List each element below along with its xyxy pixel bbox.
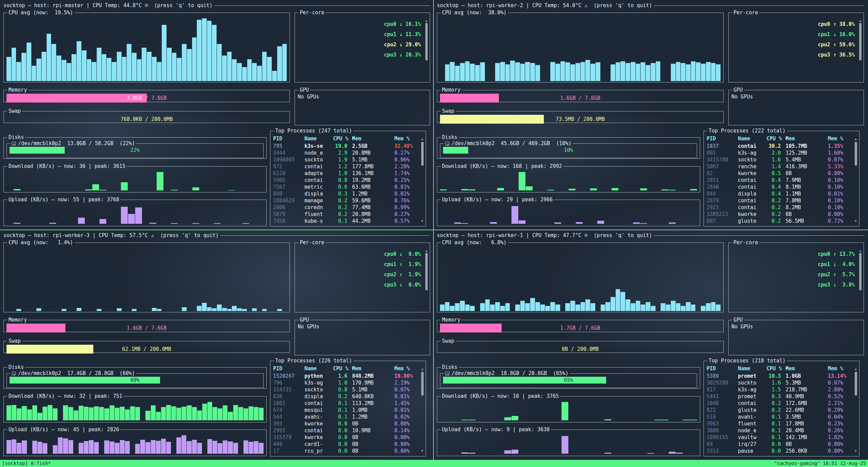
bar — [32, 441, 37, 454]
bar — [465, 305, 470, 311]
bar — [530, 298, 535, 311]
scrollbar-track[interactable] — [421, 371, 424, 449]
upload-chart — [6, 205, 264, 224]
bar — [706, 303, 711, 311]
scrollbar-thumb[interactable] — [855, 142, 857, 166]
scrollbar-thumb[interactable] — [425, 23, 428, 60]
percore-scrollbar[interactable]: ▲ — [858, 249, 862, 309]
header-mem-pct: Mem % — [828, 135, 850, 143]
percore-label: Per-core — [732, 10, 759, 16]
cell-memp: 0.27% — [394, 211, 417, 218]
bar — [125, 441, 130, 454]
bar — [171, 190, 178, 190]
processes-label: Top Processes (218 total) — [707, 358, 787, 364]
header-cpu[interactable]: CPU % • — [767, 135, 786, 143]
bar — [53, 445, 58, 454]
bar — [132, 309, 137, 311]
cell-name: sockto — [738, 156, 767, 163]
bar — [89, 440, 94, 454]
cpu-history-chart — [6, 247, 287, 311]
cell-mem: 10.9MB — [352, 427, 394, 434]
processes-label: Top Processes (247 total) — [274, 128, 353, 134]
percore-scrollbar[interactable]: ▲ — [858, 19, 862, 79]
header-cpu[interactable]: CPU % • — [767, 364, 786, 373]
scroll-down-icon[interactable]: ▼ — [855, 449, 857, 453]
scroll-up-icon[interactable]: ▲ — [855, 137, 857, 141]
tmux-horizontal-divider[interactable] — [0, 230, 868, 230]
swap-panel: Swap 62.1MB / 200.0MB — [3, 338, 290, 353]
cell-pid: 3313 — [707, 448, 738, 454]
process-row: 1046contai0.2172.6MB2.21% — [707, 400, 850, 407]
tmux-window-list[interactable]: [socktop] 0:fish* — [2, 460, 51, 467]
cell-mem: 0B — [786, 170, 828, 177]
bar — [515, 62, 520, 81]
percore-panel: Per-core cpu0 ↓ 0.0%cpu1 ↑ 1.9%cpu2 ↑ 1.… — [295, 239, 430, 312]
scroll-up-icon[interactable]: ▲ — [425, 19, 427, 22]
cell-cpu: 1.4 — [767, 163, 786, 170]
scroll-up-icon[interactable]: ▲ — [859, 19, 861, 22]
scrollbar-track[interactable] — [855, 141, 857, 219]
bar — [640, 188, 647, 190]
bar — [149, 223, 156, 224]
process-scrollbar[interactable]: ▲ ▼ — [854, 367, 858, 453]
header-cpu[interactable]: CPU % • — [333, 135, 352, 143]
percore-scrollbar[interactable]: ▲ — [424, 249, 428, 309]
scrollbar-thumb[interactable] — [859, 253, 862, 290]
cell-memp: 0.07% — [394, 386, 417, 393]
bar — [651, 63, 656, 81]
title-filler-line — [654, 235, 865, 236]
bar — [535, 302, 540, 311]
memory-meter: 1.6GB / 7.6GB — [6, 324, 287, 332]
bar — [62, 60, 66, 81]
scroll-down-icon[interactable]: ▼ — [855, 219, 857, 223]
cell-pid: 1896155 — [707, 434, 738, 441]
bar — [157, 172, 163, 190]
bar — [37, 442, 42, 454]
scrollbar-thumb[interactable] — [421, 142, 424, 166]
bar — [120, 440, 125, 454]
bar — [570, 301, 575, 311]
scroll-up-icon[interactable]: ▲ — [859, 249, 861, 252]
cell-memp: 2.80% — [828, 386, 850, 393]
bar — [716, 64, 721, 81]
cell-memp: 0.29% — [828, 407, 850, 414]
bar — [500, 62, 505, 81]
cell-name: contai — [738, 184, 767, 190]
cell-mem: 0B — [352, 434, 394, 441]
scrollbar-thumb[interactable] — [859, 23, 862, 60]
percore-panel: Per-core cpu0 ↑ 13.7%cpu1 ↓ 4.0%cpu2 ↑ 5… — [728, 239, 864, 312]
scrollbar-track[interactable] — [421, 141, 424, 219]
cell-cpu: 0.2 — [767, 211, 786, 218]
cpu-history-chart — [6, 17, 287, 81]
processes-panel: Top Processes (218 total) PID Name CPU %… — [704, 358, 859, 456]
bar — [32, 405, 37, 420]
scrollbar-thumb[interactable] — [425, 253, 428, 290]
header-pid: PID — [707, 364, 738, 373]
process-scrollbar[interactable]: ▲ ▼ — [420, 367, 424, 453]
bar — [53, 408, 58, 420]
cell-mem: 0B — [786, 441, 828, 448]
scrollbar-track[interactable] — [855, 371, 857, 449]
bar — [223, 405, 227, 420]
percore-scrollbar[interactable]: ▲ — [424, 19, 428, 79]
scrollbar-thumb[interactable] — [421, 372, 424, 395]
scroll-up-icon[interactable]: ▲ — [425, 249, 427, 252]
cell-name: contai — [738, 177, 767, 184]
process-scrollbar[interactable]: ▲ ▼ — [854, 137, 858, 223]
disks-panel: Disks /dev/mmcblk0p2 18.8GB / 28.8GB (65… — [437, 364, 700, 389]
bar — [192, 223, 199, 224]
bar — [227, 52, 232, 81]
scroll-up-icon[interactable]: ▲ — [421, 137, 423, 141]
cell-mem: 640.0KB — [352, 393, 394, 400]
cell-memp: 0.52% — [828, 393, 850, 400]
process-scrollbar[interactable]: ▲ ▼ — [420, 137, 424, 223]
scrollbar-thumb[interactable] — [855, 372, 857, 395]
scroll-up-icon[interactable]: ▲ — [421, 367, 423, 371]
header-cpu[interactable]: CPU % • — [333, 364, 352, 373]
scroll-up-icon[interactable]: ▲ — [855, 367, 857, 371]
scroll-down-icon[interactable]: ▼ — [421, 449, 423, 453]
bar — [547, 190, 554, 190]
scroll-down-icon[interactable]: ▼ — [421, 219, 423, 223]
percore-rows: cpu0 ↓ 0.0%cpu1 ↑ 1.9%cpu2 ↑ 1.9%cpu3 ↓ … — [298, 247, 427, 288]
disks-label: Disks — [441, 364, 459, 370]
